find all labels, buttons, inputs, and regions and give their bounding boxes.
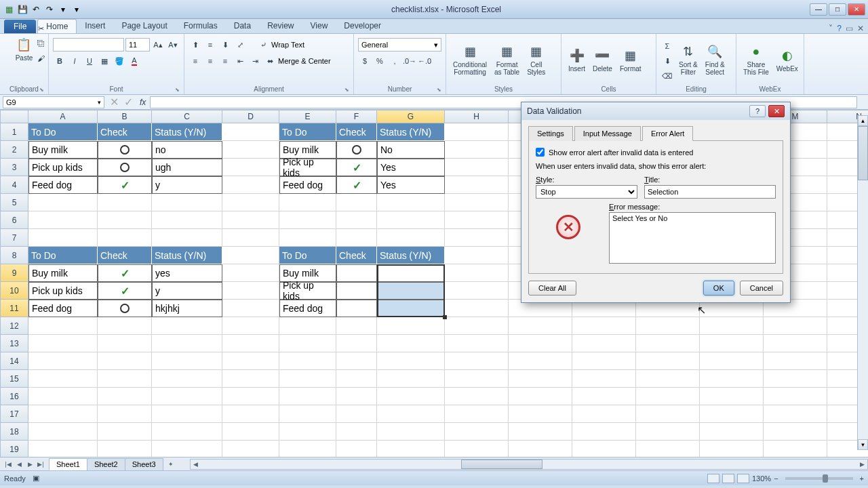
font-size-combo[interactable]: 11 [125,38,150,52]
dialog-launcher-icon[interactable]: ⬊ [39,87,44,93]
cell-A3[interactable]: Pick up kids [28,159,98,176]
cell-I16[interactable] [509,388,572,405]
cell-A19[interactable] [28,441,98,457]
name-box[interactable]: G9▾ [3,96,104,108]
cell-B10[interactable]: ✓ [98,282,152,300]
decrease-decimal-icon[interactable]: ←.0 [418,54,431,68]
fx-icon[interactable]: fx [136,98,150,107]
cell-B7[interactable] [98,229,152,247]
align-left-icon[interactable]: ≡ [189,54,202,68]
first-sheet-icon[interactable]: |◀ [3,459,14,470]
cell-A10[interactable]: Pick up kids [28,282,98,300]
cell-H9[interactable] [445,264,509,282]
wrap-text-icon[interactable]: ⤶ [256,38,270,52]
cell-B4[interactable]: ✓ [98,176,152,194]
cell-I15[interactable] [509,370,572,388]
increase-decimal-icon[interactable]: .0→ [403,54,416,68]
cell-C10[interactable]: y [152,282,222,300]
fill-icon[interactable]: ⬇ [660,54,674,68]
cell-C15[interactable] [152,370,222,388]
cell-C4[interactable]: y [152,176,222,194]
row-header[interactable]: 18 [0,423,28,441]
cell-D1[interactable] [222,123,279,141]
cell-G12[interactable] [377,317,445,335]
cell-E7[interactable] [279,229,336,247]
cancel-formula-icon[interactable]: ✕ [107,96,121,108]
column-header[interactable]: C [152,110,222,123]
cell-E1[interactable]: To Do [279,123,336,141]
cell-D15[interactable] [222,370,279,388]
cell-G19[interactable] [377,441,445,457]
cell-A4[interactable]: Feed dog [28,176,98,194]
cell-B6[interactable] [98,211,152,229]
cell-B9[interactable]: ✓ [98,264,152,282]
cell-J19[interactable] [572,441,636,457]
fill-color-icon[interactable]: 🪣 [113,54,126,68]
cell-C14[interactable] [152,352,222,370]
column-header[interactable]: E [279,110,336,123]
cell-D3[interactable] [222,159,279,176]
cell-E16[interactable] [279,388,336,405]
dialog-launcher-icon[interactable]: ⬊ [344,87,349,93]
horizontal-scrollbar[interactable]: ◀ ▶ [190,459,868,470]
column-header[interactable]: A [28,110,98,123]
cell-C13[interactable] [152,335,222,352]
window-close-icon[interactable]: ✕ [857,24,864,33]
dialog-title-bar[interactable]: Data Validation ? ✕ [521,102,790,120]
cell-K19[interactable] [636,441,700,457]
cell-M15[interactable] [764,370,827,388]
cell-G15[interactable] [377,370,445,388]
cell-A18[interactable] [28,423,98,441]
undo-icon[interactable]: ↶ [30,3,42,16]
prev-sheet-icon[interactable]: ◀ [14,459,24,470]
cell-E5[interactable] [279,194,336,211]
cell-B8[interactable]: Check [98,247,152,264]
cell-J15[interactable] [572,370,636,388]
vertical-scrollbar[interactable]: ▲ ▼ [857,115,868,450]
cell-H4[interactable] [445,176,509,194]
cell-A17[interactable] [28,405,98,423]
cell-J12[interactable] [572,317,636,335]
cell-F2[interactable] [336,141,377,159]
cell-A5[interactable] [28,194,98,211]
cell-M13[interactable] [764,335,827,352]
cell-A9[interactable]: Buy milk [28,264,98,282]
cell-A2[interactable]: Buy milk [28,141,98,159]
cell-B16[interactable] [98,388,152,405]
cut-icon[interactable]: ✂ [34,22,47,35]
cell-J13[interactable] [572,335,636,352]
cell-E4[interactable]: Feed dog [279,176,336,194]
cell-A13[interactable] [28,335,98,352]
show-error-alert-checkbox[interactable]: Show error alert after invalid data is e… [536,148,776,157]
row-header[interactable]: 3 [0,159,28,176]
cell-H17[interactable] [445,405,509,423]
delete-cells-button[interactable]: ➖Delete [590,46,615,74]
cell-G10[interactable] [377,282,445,300]
page-break-view-icon[interactable] [737,474,749,483]
show-error-alert-input[interactable] [536,148,545,157]
cell-M16[interactable] [764,388,827,405]
cell-I12[interactable] [509,317,572,335]
cell-G9[interactable] [377,264,445,282]
cell-K17[interactable] [636,405,700,423]
cell-H15[interactable] [445,370,509,388]
cell-J18[interactable] [572,423,636,441]
cell-A12[interactable] [28,317,98,335]
maximize-button[interactable]: □ [829,3,846,16]
cell-H2[interactable] [445,141,509,159]
cell-A14[interactable] [28,352,98,370]
cell-B18[interactable] [98,423,152,441]
cell-H7[interactable] [445,229,509,247]
currency-icon[interactable]: $ [358,54,372,68]
cell-G5[interactable] [377,194,445,211]
zoom-level[interactable]: 130% [752,474,771,483]
cell-G2[interactable]: No [377,141,445,159]
sheet-tab-sheet3[interactable]: Sheet3 [125,458,163,470]
column-header[interactable]: H [445,110,509,123]
cell-F12[interactable] [336,317,377,335]
row-header[interactable]: 4 [0,176,28,194]
cell-H16[interactable] [445,388,509,405]
dialog-help-icon[interactable]: ? [749,105,766,117]
cell-D7[interactable] [222,229,279,247]
decrease-indent-icon[interactable]: ⇤ [233,54,247,68]
